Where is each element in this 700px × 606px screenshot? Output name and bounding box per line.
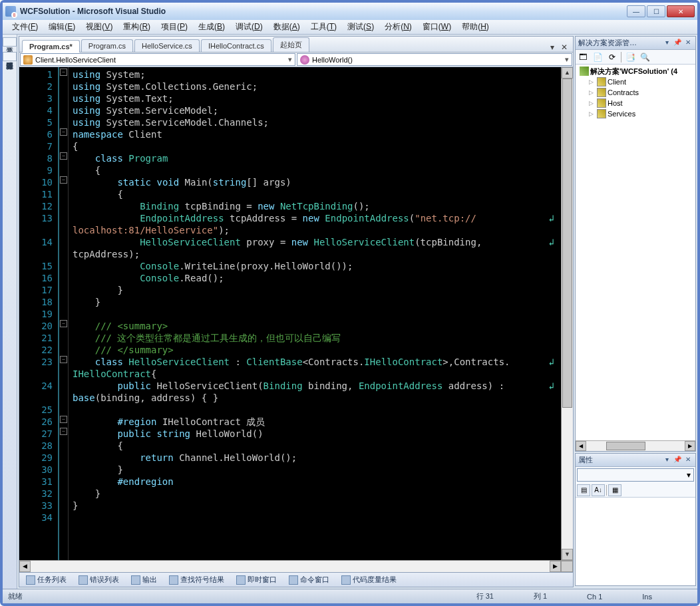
pane-dropdown-icon[interactable]: ▾ bbox=[662, 39, 671, 48]
scroll-thumb[interactable] bbox=[562, 78, 572, 408]
scroll-left-arrow[interactable]: ◀ bbox=[19, 561, 31, 572]
tab-list-icon[interactable]: ▾ bbox=[548, 43, 557, 52]
csproj-icon bbox=[597, 98, 606, 108]
csproj-icon bbox=[597, 77, 606, 86]
outline-collapse-icon[interactable]: − bbox=[60, 152, 67, 160]
categorized-icon[interactable]: ▤ bbox=[577, 484, 590, 496]
menu-s[interactable]: 测试(S) bbox=[342, 20, 379, 34]
chevron-down-icon: ▾ bbox=[565, 55, 569, 64]
outline-collapse-icon[interactable]: − bbox=[60, 69, 67, 76]
scroll-thumb[interactable] bbox=[606, 442, 645, 450]
outline-collapse-icon[interactable]: − bbox=[60, 320, 67, 327]
expand-icon[interactable]: ▷ bbox=[589, 89, 596, 96]
show-all-icon[interactable]: 📄 bbox=[592, 51, 604, 63]
menu-v[interactable]: 视图(V) bbox=[81, 20, 118, 34]
minimize-button[interactable]: — bbox=[627, 5, 645, 17]
solution-explorer-title[interactable]: 解决方案资源管… ▾ 📌 ✕ bbox=[576, 37, 695, 50]
code-editor[interactable]: 1234567891011121314151617181920212223242… bbox=[19, 67, 573, 560]
project-node[interactable]: ▷Contracts bbox=[588, 87, 694, 98]
scroll-up-arrow[interactable]: ▲ bbox=[562, 67, 573, 78]
solution-tree[interactable]: 解决方案'WCFSolution' (4 ▷Client▷Contracts▷H… bbox=[576, 65, 695, 440]
member-combo[interactable]: HelloWorld() ▾ bbox=[297, 53, 572, 66]
maximize-button[interactable]: ☐ bbox=[647, 5, 665, 17]
type-combo[interactable]: Client.HelloServiceClient ▾ bbox=[20, 53, 295, 66]
project-node[interactable]: ▷Client bbox=[588, 76, 694, 87]
solution-hscroll[interactable]: ◀ ▶ bbox=[576, 440, 695, 451]
scroll-right-arrow[interactable]: ▶ bbox=[550, 561, 561, 572]
tool-window-tab[interactable]: 任务列表 bbox=[22, 573, 71, 586]
project-node[interactable]: ▷Services bbox=[588, 108, 694, 119]
tool-window-tab[interactable]: 查找符号结果 bbox=[165, 573, 228, 586]
tool-window-tab[interactable]: 输出 bbox=[127, 573, 161, 586]
menu-d[interactable]: 调试(D) bbox=[230, 20, 268, 34]
pin-icon[interactable]: 📌 bbox=[673, 39, 682, 48]
scroll-left-arrow[interactable]: ◀ bbox=[576, 441, 586, 451]
code-text[interactable]: using System;using System.Collections.Ge… bbox=[69, 67, 561, 560]
menu-p[interactable]: 项目(P) bbox=[156, 20, 193, 34]
type-combo-text: Client.HelloServiceClient bbox=[35, 56, 116, 64]
hscroll-track[interactable] bbox=[31, 561, 550, 572]
expand-icon[interactable]: ▷ bbox=[589, 110, 596, 117]
outline-collapse-icon[interactable]: − bbox=[60, 416, 67, 423]
outline-collapse-icon[interactable]: − bbox=[60, 356, 67, 363]
property-pages-icon[interactable]: ▦ bbox=[608, 484, 621, 496]
scroll-right-arrow[interactable]: ▶ bbox=[685, 441, 695, 451]
menu-b[interactable]: 生成(B) bbox=[193, 20, 230, 34]
outline-collapse-icon[interactable]: − bbox=[60, 176, 67, 184]
pane-close-icon[interactable]: ✕ bbox=[683, 39, 693, 48]
line-number-gutter: 1234567891011121314151617181920212223242… bbox=[19, 67, 59, 560]
pin-icon[interactable]: 📌 bbox=[673, 456, 682, 465]
alphabetical-icon[interactable]: A↓ bbox=[592, 484, 605, 496]
expand-icon[interactable]: ▷ bbox=[589, 100, 596, 106]
properties-icon[interactable]: 🗔 bbox=[577, 51, 589, 63]
scroll-track[interactable] bbox=[562, 78, 573, 549]
menu-r[interactable]: 重构(R) bbox=[118, 20, 156, 34]
view-code-icon[interactable]: 📑 bbox=[624, 51, 636, 63]
scroll-track[interactable] bbox=[586, 441, 685, 451]
titlebar[interactable]: WCFSolution - Microsoft Visual Studio — … bbox=[3, 3, 697, 20]
property-object-combo[interactable]: ▾ bbox=[577, 468, 694, 482]
menu-a[interactable]: 数据(A) bbox=[268, 20, 305, 34]
tab-close-icon[interactable]: ✕ bbox=[560, 43, 569, 52]
horizontal-scrollbar[interactable]: ◀ ▶ bbox=[19, 560, 573, 572]
outline-collapse-icon[interactable]: − bbox=[60, 128, 67, 136]
outline-collapse-icon[interactable]: − bbox=[60, 428, 67, 435]
window-title: WCFSolution - Microsoft Visual Studio bbox=[20, 7, 627, 16]
tool-window-tab[interactable]: 错误列表 bbox=[75, 573, 123, 586]
csproj-icon bbox=[597, 109, 606, 118]
outlining-margin[interactable]: −−−−−−−− bbox=[59, 67, 69, 560]
document-tab[interactable]: HelloService.cs bbox=[134, 39, 200, 52]
menu-e[interactable]: 编辑(E) bbox=[43, 20, 81, 34]
view-designer-icon[interactable]: 🔍 bbox=[639, 51, 651, 63]
document-tab[interactable]: Program.cs bbox=[81, 39, 133, 52]
project-label: Client bbox=[608, 78, 626, 86]
menu-f[interactable]: 文件(F) bbox=[7, 20, 43, 34]
project-node[interactable]: ▷Host bbox=[588, 98, 694, 108]
scroll-down-arrow[interactable]: ▼ bbox=[562, 549, 573, 560]
tool-icon bbox=[131, 575, 140, 585]
close-button[interactable]: ✕ bbox=[667, 5, 695, 17]
vertical-scrollbar[interactable]: ▲ ▼ bbox=[561, 67, 573, 560]
solution-icon bbox=[580, 67, 589, 76]
document-tab[interactable]: IHelloContract.cs bbox=[201, 39, 271, 52]
menu-t[interactable]: 工具(T) bbox=[305, 20, 342, 34]
status-char: Ch 1 bbox=[587, 593, 602, 601]
dock-tab[interactable]: 服务器资源管理器 bbox=[3, 52, 17, 61]
properties-title[interactable]: 属性 ▾ 📌 ✕ bbox=[576, 454, 695, 467]
refresh-icon[interactable]: ⟳ bbox=[606, 51, 618, 63]
tool-window-tab[interactable]: 即时窗口 bbox=[232, 573, 281, 586]
tool-window-tab[interactable]: 命令窗口 bbox=[285, 573, 333, 586]
client-area: 工具箱服务器资源管理器 Program.cs*Program.csHelloSe… bbox=[3, 35, 697, 589]
dock-tab[interactable]: 工具箱 bbox=[3, 37, 17, 47]
menu-n[interactable]: 分析(N) bbox=[379, 20, 417, 34]
document-tab[interactable]: 起始页 bbox=[273, 37, 309, 52]
solution-node[interactable]: 解决方案'WCFSolution' (4 bbox=[577, 66, 694, 76]
expand-icon[interactable]: ▷ bbox=[589, 78, 596, 85]
pane-close-icon[interactable]: ✕ bbox=[683, 456, 693, 465]
property-grid[interactable] bbox=[576, 498, 695, 585]
tool-window-tab[interactable]: 代码度量结果 bbox=[337, 573, 401, 586]
pane-dropdown-icon[interactable]: ▾ bbox=[662, 456, 671, 465]
menu-w[interactable]: 窗口(W) bbox=[417, 20, 456, 34]
menu-h[interactable]: 帮助(H) bbox=[456, 20, 494, 34]
document-tab[interactable]: Program.cs* bbox=[22, 40, 80, 53]
